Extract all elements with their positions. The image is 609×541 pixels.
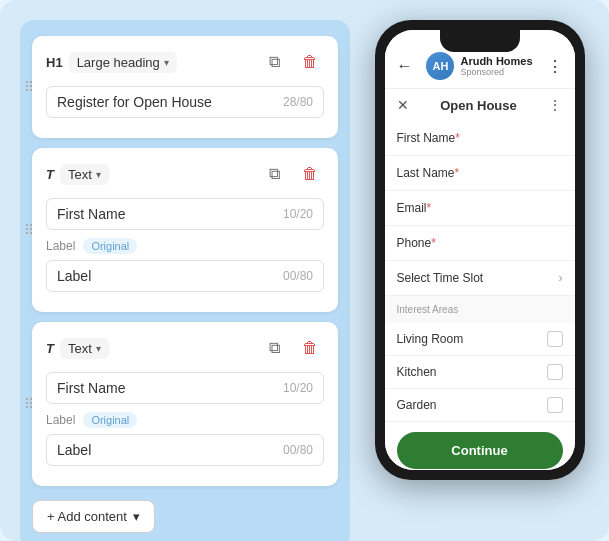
form-more-icon[interactable]: ⋮ bbox=[548, 97, 562, 113]
add-content-label: + Add content bbox=[47, 509, 127, 524]
text-card-2-label-count: 00/80 bbox=[283, 443, 313, 457]
first-name-field[interactable]: First Name* bbox=[385, 121, 575, 156]
phone-wrapper: ← AH Arudh Homes Sponsored ⋮ ✕ Open Hous… bbox=[370, 20, 589, 480]
heading-type-dropdown[interactable]: Large heading ▾ bbox=[69, 52, 177, 73]
text-card-2-char-count: 10/20 bbox=[283, 381, 313, 395]
text-type-dropdown-2[interactable]: Text ▾ bbox=[60, 338, 109, 359]
phone-back-button[interactable]: ← bbox=[397, 57, 413, 75]
profile-info: Arudh Homes Sponsored bbox=[460, 55, 532, 77]
required-star-1: * bbox=[455, 131, 460, 145]
text-type-dropdown-1[interactable]: Text ▾ bbox=[60, 164, 109, 185]
heading-delete-button[interactable]: 🗑 bbox=[296, 48, 324, 76]
heading-card-actions: ⧉ 🗑 bbox=[260, 48, 324, 76]
text-type-icon-2: T bbox=[46, 341, 54, 356]
heading-card: H1 Large heading ▾ ⧉ 🗑 bbox=[32, 36, 338, 138]
living-room-checkbox-row[interactable]: Living Room bbox=[385, 323, 575, 356]
interest-section-label: Interest Areas bbox=[397, 304, 563, 315]
text-card-1-label-row: Label Original bbox=[46, 238, 324, 254]
phone-label: Phone bbox=[397, 236, 432, 250]
kitchen-label: Kitchen bbox=[397, 365, 437, 379]
profile-sub: Sponsored bbox=[460, 67, 532, 77]
text-card-2-label-row: Label Original bbox=[46, 412, 324, 428]
chevron-down-icon-1: ▾ bbox=[96, 169, 101, 180]
text-card-2-label-input-row[interactable]: Label 00/80 bbox=[46, 434, 324, 466]
email-label: Email bbox=[397, 201, 427, 215]
copy-icon-2: ⧉ bbox=[269, 339, 280, 357]
required-star-3: * bbox=[427, 201, 432, 215]
add-content-button[interactable]: + Add content ▾ bbox=[32, 500, 155, 533]
trash-icon: 🗑 bbox=[302, 53, 318, 71]
copy-icon: ⧉ bbox=[269, 53, 280, 71]
text-card-1-actions: ⧉ 🗑 bbox=[260, 160, 324, 188]
text-card-1-label-input-row[interactable]: Label 00/80 bbox=[46, 260, 324, 292]
text-card-1-input-row[interactable]: First Name 10/20 bbox=[46, 198, 324, 230]
select-chevron-icon: › bbox=[559, 271, 563, 285]
phone-screen: ← AH Arudh Homes Sponsored ⋮ ✕ Open Hous… bbox=[385, 30, 575, 470]
avatar: AH bbox=[426, 52, 454, 80]
heading-input-row[interactable]: Register for Open House 28/80 bbox=[46, 86, 324, 118]
text-card-1-copy-button[interactable]: ⧉ bbox=[260, 160, 288, 188]
heading-card-header: H1 Large heading ▾ ⧉ 🗑 bbox=[46, 48, 324, 76]
phone-profile: AH Arudh Homes Sponsored bbox=[426, 52, 532, 80]
living-room-label: Living Room bbox=[397, 332, 464, 346]
heading-input-value: Register for Open House bbox=[57, 94, 212, 110]
text-dropdown-label-1: Text bbox=[68, 167, 92, 182]
garden-checkbox-row[interactable]: Garden bbox=[385, 389, 575, 422]
profile-name: Arudh Homes bbox=[460, 55, 532, 67]
text-card-1: T Text ▾ ⧉ 🗑 bbox=[32, 148, 338, 312]
heading-char-count: 28/80 bbox=[283, 95, 313, 109]
text-type-icon-1: T bbox=[46, 167, 54, 182]
text-card-2-actions: ⧉ 🗑 bbox=[260, 334, 324, 362]
form-title: Open House bbox=[440, 98, 517, 113]
last-name-field[interactable]: Last Name* bbox=[385, 156, 575, 191]
h1-label: H1 bbox=[46, 55, 63, 70]
original-badge-1: Original bbox=[83, 238, 137, 254]
text-card-1-header: T Text ▾ ⧉ 🗑 bbox=[46, 160, 324, 188]
left-panel: ⠿ H1 Large heading ▾ ⧉ bbox=[20, 20, 350, 541]
original-badge-2: Original bbox=[83, 412, 137, 428]
text-card-1-delete-button[interactable]: 🗑 bbox=[296, 160, 324, 188]
form-header: ✕ Open House ⋮ bbox=[385, 88, 575, 121]
copy-icon-1: ⧉ bbox=[269, 165, 280, 183]
time-slot-label: Select Time Slot bbox=[397, 271, 484, 285]
garden-label: Garden bbox=[397, 398, 437, 412]
text-card-2: T Text ▾ ⧉ 🗑 bbox=[32, 322, 338, 486]
garden-checkbox[interactable] bbox=[547, 397, 563, 413]
interest-section: Interest Areas bbox=[385, 296, 575, 323]
text-card-1-input-value: First Name bbox=[57, 206, 125, 222]
last-name-label: Last Name bbox=[397, 166, 455, 180]
text-card-2-copy-button[interactable]: ⧉ bbox=[260, 334, 288, 362]
time-slot-select[interactable]: Select Time Slot › bbox=[385, 261, 575, 296]
text-card-2-input-row[interactable]: First Name 10/20 bbox=[46, 372, 324, 404]
heading-type: H1 Large heading ▾ bbox=[46, 52, 177, 73]
trash-icon-1: 🗑 bbox=[302, 165, 318, 183]
trash-icon-2: 🗑 bbox=[302, 339, 318, 357]
text-card-1-label-count: 00/80 bbox=[283, 269, 313, 283]
form-body: First Name* Last Name* Email* Phone* Sel… bbox=[385, 121, 575, 470]
main-container: ⠿ H1 Large heading ▾ ⧉ bbox=[0, 0, 609, 541]
chevron-down-icon-add: ▾ bbox=[133, 509, 140, 524]
first-name-label: First Name bbox=[397, 131, 456, 145]
kitchen-checkbox-row[interactable]: Kitchen bbox=[385, 356, 575, 389]
email-field[interactable]: Email* bbox=[385, 191, 575, 226]
phone-mockup: ← AH Arudh Homes Sponsored ⋮ ✕ Open Hous… bbox=[375, 20, 585, 480]
heading-dropdown-label: Large heading bbox=[77, 55, 160, 70]
text-card-1-char-count: 10/20 bbox=[283, 207, 313, 221]
label-text-2: Label bbox=[46, 413, 75, 427]
living-room-checkbox[interactable] bbox=[547, 331, 563, 347]
text-dropdown-label-2: Text bbox=[68, 341, 92, 356]
kitchen-checkbox[interactable] bbox=[547, 364, 563, 380]
text-card-2-header: T Text ▾ ⧉ 🗑 bbox=[46, 334, 324, 362]
chevron-down-icon: ▾ bbox=[164, 57, 169, 68]
text-card-2-label-input: Label bbox=[57, 442, 91, 458]
required-star-2: * bbox=[455, 166, 460, 180]
more-options-icon[interactable]: ⋮ bbox=[547, 57, 563, 76]
continue-button[interactable]: Continue bbox=[397, 432, 563, 469]
phone-notch bbox=[440, 30, 520, 52]
text-type-1: T Text ▾ bbox=[46, 164, 109, 185]
text-card-2-delete-button[interactable]: 🗑 bbox=[296, 334, 324, 362]
text-type-2: T Text ▾ bbox=[46, 338, 109, 359]
form-close-button[interactable]: ✕ bbox=[397, 97, 409, 113]
phone-field[interactable]: Phone* bbox=[385, 226, 575, 261]
heading-copy-button[interactable]: ⧉ bbox=[260, 48, 288, 76]
